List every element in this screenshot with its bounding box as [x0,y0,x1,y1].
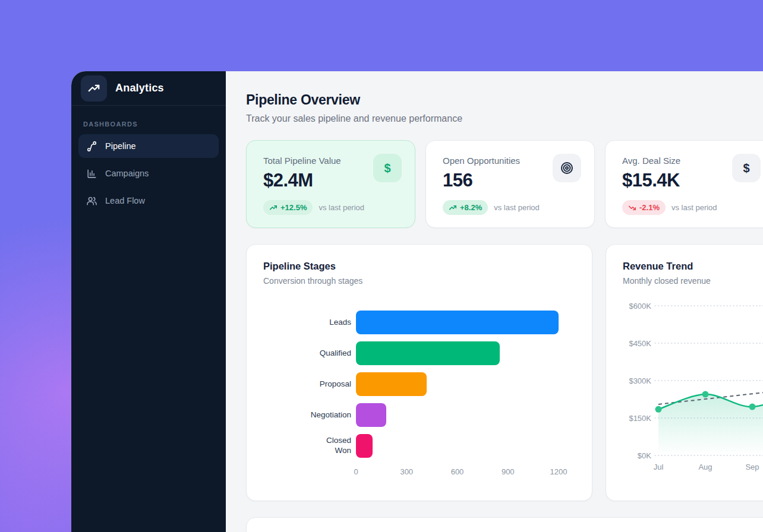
bar-chart-icon [86,168,97,179]
delta-badge: +8.2% [443,200,488,215]
bar-row: Negotiation [263,400,575,430]
stage-bar [356,311,559,334]
pipeline-stages-axis: 03006009001200 [263,467,575,478]
bar-row: Proposal [263,369,575,400]
trending-up-icon [269,204,278,212]
x-axis-tick: 1200 [550,467,567,476]
sidebar-section-label: DASHBOARDS [83,121,214,128]
delta-badge: -2.1% [622,200,666,215]
stage-bar [356,341,500,365]
trending-down-icon [628,204,636,212]
charts-row: Pipeline Stages Conversion through stage… [246,244,763,501]
x-axis-tick-label: Aug [698,463,712,471]
kpi-card-open-opportunities: Open Opportunities 156 +8.2% vs last per… [425,140,595,228]
page-subtitle: Track your sales pipeline and revenue pe… [246,113,763,124]
analytics-logo [81,75,107,102]
x-axis-tick: 0 [354,467,358,476]
sidebar-item-label: Campaigns [105,169,149,178]
chart-subtitle: Monthly closed revenue [623,276,763,286]
dollar-icon: $ [373,154,402,182]
y-axis-tick-label: $0K [638,451,651,460]
y-axis-tick-label: $300K [629,376,651,385]
x-axis-tick: 300 [400,467,413,476]
trending-up-icon [87,82,100,95]
bar-category-label: Closed Won [263,436,351,456]
sidebar-item-pipeline[interactable]: Pipeline [78,134,219,158]
sidebar-item-label: Lead Flow [105,196,145,205]
bar-row: Leads [263,307,575,338]
sidebar-item-campaigns[interactable]: Campaigns [78,162,219,185]
app-window: Analytics DASHBOARDS Pipeline Campaigns [71,71,763,532]
chart-title: Pipeline Stages [263,261,575,272]
stage-bar [356,403,386,427]
y-axis-tick-label: $150K [629,414,651,423]
bar-category-label: Negotiation [263,410,351,420]
revenue-trend-chart: $600K$450K$300K$150K$0KJulAugSepOct [623,296,763,477]
sidebar-item-lead-flow[interactable]: Lead Flow [78,189,219,213]
kpi-row: $ Total Pipeline Value $2.4M +12.5% vs l… [246,140,763,228]
bar-category-label: Proposal [263,379,351,390]
bar-row: Qualified [263,338,575,369]
x-axis-tick-label: Sep [745,463,759,471]
x-axis-tick: 600 [451,467,464,476]
data-point-dot [749,404,756,410]
sidebar: Analytics DASHBOARDS Pipeline Campaigns [71,71,226,532]
revenue-trend-card: Revenue Trend Monthly closed revenue $60… [606,244,763,501]
sidebar-item-label: Pipeline [105,141,136,151]
bottom-card [246,517,763,532]
logo-row: Analytics [71,71,226,106]
data-point-dot [655,406,662,413]
pipeline-stages-chart: LeadsQualifiedProposalNegotiationClosed … [263,307,575,478]
bar-category-label: Qualified [263,349,351,359]
users-icon [86,195,97,207]
trending-up-icon [449,204,457,212]
y-axis-tick-label: $450K [629,339,651,348]
comparison-label: vs last period [671,203,717,212]
target-icon [553,154,581,182]
pipeline-stages-card: Pipeline Stages Conversion through stage… [246,244,592,501]
page-title: Pipeline Overview [246,92,763,108]
kpi-card-avg-deal-size: $ Avg. Deal Size $15.4K -2.1% vs last pe… [605,140,763,228]
comparison-label: vs last period [494,203,540,212]
bar-row: Closed Won [263,430,575,461]
stage-bar [356,372,427,396]
pipeline-stages-rows: LeadsQualifiedProposalNegotiationClosed … [263,307,575,461]
x-axis-tick-label: Jul [654,463,664,471]
kpi-card-total-pipeline-value: $ Total Pipeline Value $2.4M +12.5% vs l… [246,140,415,228]
chart-title: Revenue Trend [623,261,763,272]
bar-category-label: Leads [263,318,351,328]
revenue-area [658,391,763,455]
data-point-dot [702,391,709,398]
route-icon [86,141,97,152]
stage-bar [356,434,373,458]
main-content: Pipeline Overview Track your sales pipel… [226,71,763,532]
x-axis-tick: 900 [502,467,515,476]
dollar-icon: $ [732,154,761,182]
app-title: Analytics [115,82,164,94]
delta-badge: +12.5% [263,200,313,215]
comparison-label: vs last period [319,203,364,212]
chart-subtitle: Conversion through stages [263,276,575,286]
y-axis-tick-label: $600K [629,302,651,311]
